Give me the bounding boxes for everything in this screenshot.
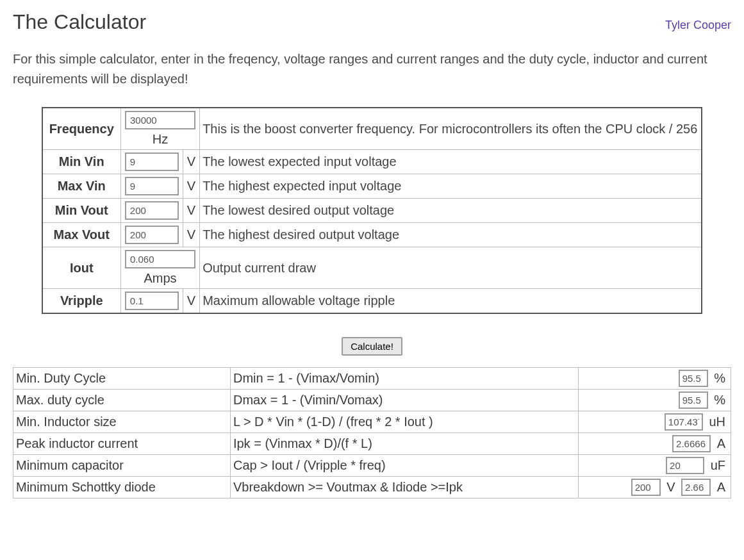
min-vout-desc: The lowest desired output voltage: [200, 199, 702, 223]
max-vin-label: Max Vin: [42, 174, 121, 199]
ipk-formula: Ipk = (Vinmax * D)/(f * L): [230, 433, 579, 455]
max-vout-label: Max Vout: [42, 223, 121, 247]
ipk-label: Peak inductor current: [13, 433, 231, 455]
frequency-desc: This is the boost converter frequency. F…: [200, 108, 702, 150]
input-table: Frequency Hz This is the boost converter…: [42, 107, 703, 314]
dmax-unit: %: [711, 393, 728, 408]
frequency-label: Frequency: [42, 108, 121, 150]
max-vin-input[interactable]: [125, 177, 179, 195]
calculate-button[interactable]: Calculate!: [342, 337, 402, 356]
max-vout-desc: The highest desired output voltage: [200, 223, 702, 247]
iout-unit: Amps: [125, 271, 195, 286]
dmin-formula: Dmin = 1 - (Vimax/Vomin): [230, 368, 579, 390]
lmin-label: Min. Inductor size: [13, 411, 231, 433]
page-title: The Calculator: [13, 10, 146, 34]
max-vin-unit: V: [183, 174, 199, 199]
dmin-label: Min. Duty Cycle: [13, 368, 231, 390]
frequency-unit: Hz: [125, 132, 195, 147]
iout-input[interactable]: [125, 250, 195, 268]
cap-output: [666, 457, 704, 474]
iout-desc: Output current draw: [200, 247, 702, 289]
max-vout-unit: V: [183, 223, 199, 247]
max-vout-input[interactable]: [125, 226, 179, 244]
min-vin-label: Min Vin: [42, 150, 121, 174]
frequency-input[interactable]: [125, 111, 195, 129]
ipk-output: [672, 435, 711, 452]
min-vin-input[interactable]: [125, 152, 179, 171]
dmax-label: Max. duty cycle: [13, 390, 231, 411]
dmax-output: [679, 391, 708, 409]
cap-unit: uF: [708, 458, 728, 473]
cap-label: Minimum capacitor: [13, 455, 231, 477]
min-vout-unit: V: [183, 199, 199, 223]
diode-v-unit: V: [664, 480, 677, 495]
min-vout-label: Min Vout: [42, 199, 121, 223]
diode-label: Minimum Schottky diode: [13, 477, 231, 498]
intro-text: For this simple calculator, enter in the…: [13, 49, 731, 89]
min-vin-desc: The lowest expected input voltage: [200, 150, 702, 174]
ipk-unit: A: [715, 436, 728, 451]
lmin-output: [665, 413, 703, 431]
diode-a-unit: A: [715, 480, 728, 495]
diode-v-output: [631, 479, 661, 496]
dmax-formula: Dmax = 1 - (Vimin/Vomax): [230, 390, 579, 411]
author-link[interactable]: Tyler Cooper: [665, 19, 731, 32]
diode-formula: Vbreakdown >= Voutmax & Idiode >=Ipk: [230, 477, 579, 498]
vripple-desc: Maximum allowable voltage ripple: [200, 289, 702, 314]
dmin-output: [679, 370, 708, 387]
iout-label: Iout: [42, 247, 121, 289]
max-vin-desc: The highest expected input voltage: [200, 174, 702, 199]
cap-formula: Cap > Iout / (Vripple * freq): [230, 455, 579, 477]
vripple-unit: V: [183, 289, 199, 314]
dmin-unit: %: [711, 371, 728, 386]
vripple-label: Vripple: [42, 289, 121, 314]
vripple-input[interactable]: [125, 292, 179, 310]
min-vout-input[interactable]: [125, 201, 179, 220]
lmin-unit: uH: [706, 415, 728, 429]
min-vin-unit: V: [183, 150, 199, 174]
lmin-formula: L > D * Vin * (1-D) / (freq * 2 * Iout ): [230, 411, 579, 433]
diode-a-output: [681, 479, 711, 496]
results-table: Min. Duty Cycle Dmin = 1 - (Vimax/Vomin)…: [13, 367, 731, 498]
